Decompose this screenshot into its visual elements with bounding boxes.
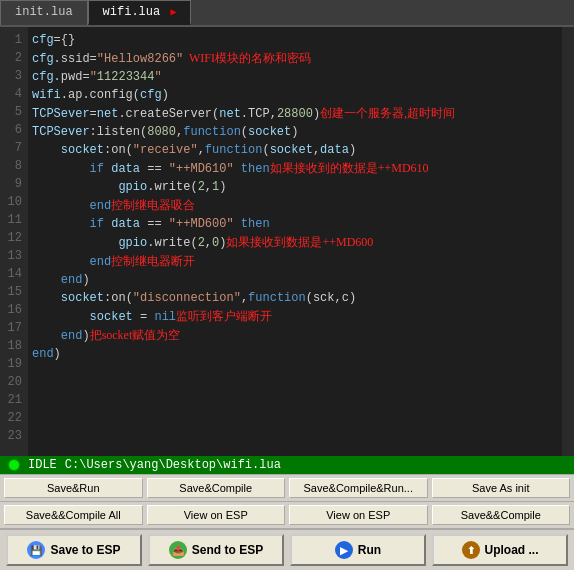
- scrollbar[interactable]: [562, 27, 574, 456]
- tab-arrow-icon: ▶: [170, 7, 176, 18]
- save-to-esp-label: Save to ESP: [50, 543, 120, 557]
- save-esp-icon: 💾: [27, 541, 45, 559]
- save-compile-all-button[interactable]: Save&&Compile All: [4, 505, 143, 525]
- save-compile-run-button[interactable]: Save&Compile&Run...: [289, 478, 428, 498]
- status-bar: IDLE C:\Users\yang\Desktop\wifi.lua: [0, 456, 574, 474]
- send-to-esp-button[interactable]: 📤 Send to ESP: [148, 534, 284, 566]
- run-icon: ▶: [335, 541, 353, 559]
- tab-bar: init.lua wifi.lua ▶: [0, 0, 574, 27]
- code-editor[interactable]: 1234567891011121314151617181920212223 cf…: [0, 27, 574, 456]
- upload-label: Upload ...: [485, 543, 539, 557]
- status-dot-icon: [8, 459, 20, 471]
- line-numbers: 1234567891011121314151617181920212223: [0, 27, 28, 456]
- code-content[interactable]: cfg={}cfg.ssid="Hellow8266" WIFI模块的名称和密码…: [28, 27, 562, 456]
- status-file-path: C:\Users\yang\Desktop\wifi.lua: [65, 458, 281, 472]
- save-compile-button[interactable]: Save&Compile: [147, 478, 286, 498]
- upload-icon: ⬆: [462, 541, 480, 559]
- toolbar-row-1: Save&Run Save&Compile Save&Compile&Run..…: [0, 474, 574, 501]
- tab-init-lua-label: init.lua: [15, 5, 73, 19]
- save-as-init-button[interactable]: Save As init: [432, 478, 571, 498]
- action-bar: 💾 Save to ESP 📤 Send to ESP ▶ Run ⬆ Uplo…: [0, 528, 574, 570]
- upload-button[interactable]: ⬆ Upload ...: [432, 534, 568, 566]
- tab-wifi-lua-label: wifi.lua: [103, 5, 161, 19]
- run-label: Run: [358, 543, 381, 557]
- tab-wifi-lua[interactable]: wifi.lua ▶: [88, 0, 192, 25]
- save-run-button[interactable]: Save&Run: [4, 478, 143, 498]
- send-to-esp-label: Send to ESP: [192, 543, 263, 557]
- send-esp-icon: 📤: [169, 541, 187, 559]
- view-on-esp-2-button[interactable]: View on ESP: [289, 505, 428, 525]
- tab-init-lua[interactable]: init.lua: [0, 0, 88, 25]
- toolbar-row-2: Save&&Compile All View on ESP View on ES…: [0, 501, 574, 528]
- view-on-esp-1-button[interactable]: View on ESP: [147, 505, 286, 525]
- run-button[interactable]: ▶ Run: [290, 534, 426, 566]
- save-compile-2-button[interactable]: Save&&Compile: [432, 505, 571, 525]
- save-to-esp-button[interactable]: 💾 Save to ESP: [6, 534, 142, 566]
- status-mode: IDLE: [28, 458, 57, 472]
